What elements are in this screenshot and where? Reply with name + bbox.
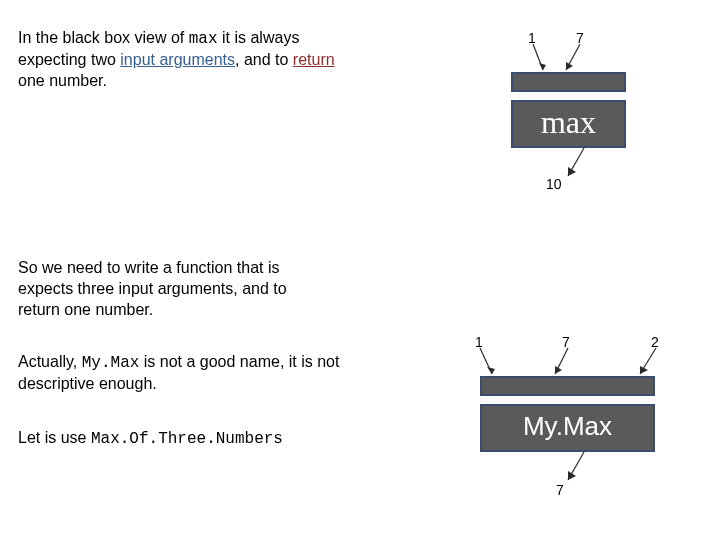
box-mymax-top — [480, 376, 655, 396]
p1-post: one number. — [18, 72, 107, 89]
box2-output: 7 — [556, 482, 564, 498]
p3-pre: Actually, — [18, 353, 82, 370]
p4-code: Max.Of.Three.Numbers — [91, 430, 283, 448]
box-max-top — [511, 72, 626, 92]
p1-link-return: return — [293, 51, 335, 68]
p1-mid2: , and to — [235, 51, 293, 68]
paragraph-1: In the black box view of max it is alway… — [18, 28, 338, 91]
p1-pre: In the black box view of — [18, 29, 189, 46]
svg-marker-0 — [539, 63, 546, 70]
arrow-down-icon — [562, 452, 592, 490]
paragraph-2: So we need to write a function that is e… — [18, 258, 328, 320]
box-max: max — [511, 100, 626, 148]
p3-code: My.Max — [82, 354, 140, 372]
p1-link-input-args: input arguments — [120, 51, 235, 68]
paragraph-4: Let is use Max.Of.Three.Numbers — [18, 428, 348, 450]
box-mymax: My.Max — [480, 404, 655, 452]
p1-code: max — [189, 30, 218, 48]
paragraph-3: Actually, My.Max is not a good name, it … — [18, 352, 348, 395]
arrow-down-icon — [562, 148, 592, 186]
p4-pre: Let is use — [18, 429, 91, 446]
box1-output: 10 — [546, 176, 562, 192]
